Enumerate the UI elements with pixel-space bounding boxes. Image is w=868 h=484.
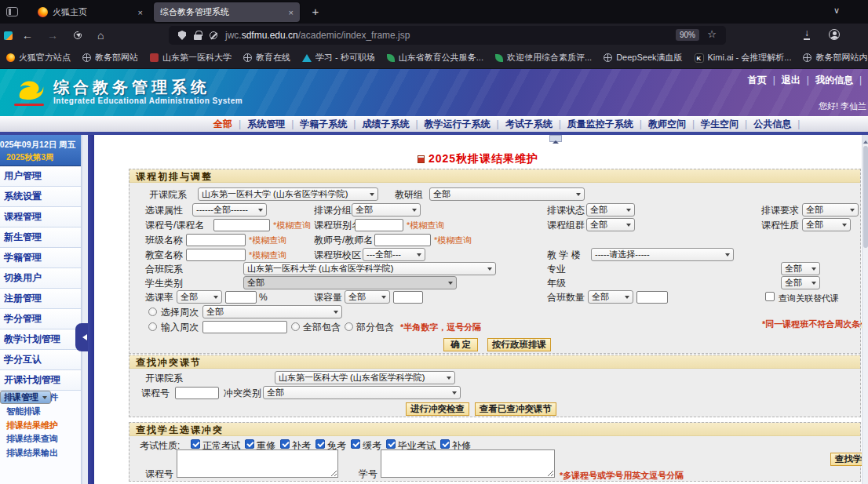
bookmark-item[interactable]: 教务部网站 — [82, 52, 138, 64]
merge-count-select[interactable]: 全部 — [588, 290, 633, 304]
conflict-course-input[interactable] — [175, 387, 219, 399]
firefox-view-icon[interactable] — [6, 7, 18, 16]
course-nature-select[interactable]: 全部 — [802, 218, 851, 231]
sidebar-sub-result-maintain[interactable]: 排课结果维护 — [0, 419, 81, 433]
tab-list-chevron-icon[interactable]: ∨ — [833, 5, 840, 16]
bookmark-item[interactable]: 教务部网站内容管理 — [803, 52, 868, 64]
extension-icon[interactable] — [4, 31, 13, 40]
bookmark-item[interactable]: DeepSeek满血版 — [604, 52, 682, 64]
nav-system[interactable]: 系统管理 — [247, 118, 300, 131]
account-icon[interactable] — [829, 29, 840, 40]
bookmark-item[interactable]: KKimi.ai - 会推理解析... — [695, 52, 792, 64]
schedule-req-select[interactable]: 全部 — [802, 203, 859, 217]
sidebar-item-switch-user[interactable]: 切换用户 — [0, 268, 81, 289]
nav-public[interactable]: 公共信息 — [753, 118, 806, 131]
building-select[interactable]: -----请选择----- — [591, 248, 734, 261]
input-week-radio[interactable] — [148, 322, 157, 331]
tab-close-icon[interactable]: × — [138, 8, 143, 17]
major-select[interactable]: 全部 — [781, 262, 820, 275]
grade-select[interactable]: 全部 — [781, 276, 820, 289]
sidebar-sub-result-query[interactable]: 排课结果查询 — [0, 432, 81, 446]
student-type-select[interactable]: 全部 — [243, 276, 457, 289]
exam-makeup-checkbox[interactable] — [280, 439, 290, 449]
class-name-input[interactable] — [186, 234, 246, 246]
link-myinfo[interactable]: 我的信息 — [815, 74, 868, 87]
sidebar-sub-smart-scheduling[interactable]: 智能排课 — [0, 405, 81, 419]
capacity-input[interactable] — [393, 291, 423, 304]
merge-dept-select[interactable]: 山东第一医科大学 (山东省医学科学院) — [243, 262, 496, 275]
sidebar-item-freshman-mgmt[interactable]: 新生管理 — [0, 227, 81, 248]
sidebar-scrollbar[interactable] — [82, 135, 88, 484]
new-tab-button[interactable]: + — [308, 5, 323, 18]
course-group-select[interactable]: 全部 — [586, 218, 635, 231]
sidebar-item-course-mgmt[interactable]: 课程管理 — [0, 207, 81, 227]
exam-deferred-checkbox[interactable] — [351, 439, 360, 449]
input-week-input[interactable] — [202, 321, 287, 333]
bookmark-item[interactable]: 火狐官方站点 — [6, 52, 71, 64]
zoom-level-badge[interactable]: 90% — [676, 29, 699, 41]
related-substitute-checkbox[interactable] — [765, 292, 775, 301]
sidebar-item-teaching-plan[interactable]: 教学计划管理 — [0, 329, 81, 350]
contain-part-radio[interactable] — [345, 322, 353, 331]
scrollbar-thumb[interactable] — [863, 146, 868, 248]
bookmark-item[interactable]: 学习 - 秒可职场 — [302, 52, 375, 64]
main-scrollbar[interactable] — [862, 135, 868, 484]
exam-retake-course-checkbox[interactable] — [245, 439, 254, 449]
tab-close-icon[interactable]: × — [289, 8, 294, 17]
contain-all-radio[interactable] — [291, 322, 300, 331]
select-rate-input[interactable] — [225, 291, 257, 304]
nav-all[interactable]: 全部 — [213, 118, 247, 131]
sidebar-item-xueji-mgmt[interactable]: 学籍管理 — [0, 248, 81, 268]
sidebar-collapse-handle[interactable] — [75, 323, 88, 351]
nav-zhiliang[interactable]: 质量监控子系统 — [567, 118, 648, 131]
exam-graduation-checkbox[interactable] — [386, 439, 396, 449]
confirm-button[interactable]: 确 定 — [443, 338, 478, 351]
address-bar[interactable]: jwc.sdfmu.edu.cn/academic/index_frame.js… — [169, 26, 726, 45]
sidebar-sub-result-output[interactable]: 排课结果输出 — [0, 446, 81, 460]
select-week-radio[interactable] — [148, 308, 157, 316]
exam-normal-checkbox[interactable] — [191, 439, 200, 449]
course-no-input[interactable] — [213, 219, 270, 231]
sidebar-item-open-course-plan[interactable]: 开课计划管理 — [0, 370, 81, 391]
schedule-group-select[interactable]: 全部 — [352, 203, 421, 217]
exam-exempt-checkbox[interactable] — [315, 439, 325, 449]
forward-button[interactable]: → — [47, 29, 58, 42]
campus-select[interactable]: ---全部--- — [363, 248, 425, 261]
scrollbar-up-arrow-icon[interactable] — [863, 135, 868, 144]
nav-jiaoxue[interactable]: 教学运行子系统 — [425, 118, 505, 131]
conflict-dept-select[interactable]: 山东第一医科大学 (山东省医学科学院) — [275, 371, 455, 384]
nav-xueji[interactable]: 学籍子系统 — [300, 118, 362, 131]
tab-home[interactable]: 火狐主页 × — [31, 2, 149, 22]
tab-jwxt[interactable]: 综合教务管理系统 × — [154, 2, 300, 22]
class-alias-input[interactable] — [355, 219, 403, 231]
sidebar-item-scheduling[interactable]: 排课管理 — [0, 391, 51, 404]
top-frame-collapse-button[interactable] — [549, 135, 562, 142]
bookmark-item[interactable]: 教育在线 — [243, 52, 290, 64]
tracking-shield-icon[interactable] — [178, 31, 186, 40]
sidebar-item-user-mgmt[interactable]: 用户管理 — [0, 166, 81, 187]
sidebar-item-system-settings[interactable]: 系统设置 — [0, 187, 81, 207]
lock-icon[interactable] — [194, 35, 202, 40]
merge-count-input[interactable] — [636, 291, 668, 304]
conflict-type-select[interactable]: 全部 — [263, 386, 461, 399]
research-group-select[interactable]: 全部 — [429, 187, 585, 201]
sidebar-item-credit-mgmt[interactable]: 学分管理 — [0, 309, 81, 329]
select-week-select[interactable]: 全部 — [202, 305, 342, 318]
room-name-input[interactable] — [186, 249, 246, 261]
back-button[interactable]: ← — [22, 29, 33, 42]
select-rate-select[interactable]: 全部 — [177, 290, 222, 304]
course-no-textarea[interactable] — [177, 449, 338, 478]
reload-button[interactable] — [74, 31, 82, 39]
exam-supplement-checkbox[interactable] — [440, 439, 450, 449]
view-conflict-button[interactable]: 查看已查冲突课节 — [475, 402, 556, 416]
course-attr-select[interactable]: ------全部------ — [192, 203, 267, 217]
nav-student[interactable]: 学生空间 — [701, 118, 753, 131]
schedule-status-select[interactable]: 全部 — [586, 203, 635, 217]
bookmark-item[interactable]: 山东省教育公共服务... — [387, 52, 483, 64]
link-home[interactable]: 首页 — [748, 74, 782, 87]
home-button[interactable]: ⌂ — [97, 29, 104, 42]
nav-kaoshi[interactable]: 考试子系统 — [505, 118, 567, 131]
bookmark-item[interactable]: 欢迎使用综合素质评... — [495, 52, 592, 64]
nav-teacher[interactable]: 教师空间 — [648, 118, 701, 131]
link-logout[interactable]: 退出 — [782, 74, 815, 87]
